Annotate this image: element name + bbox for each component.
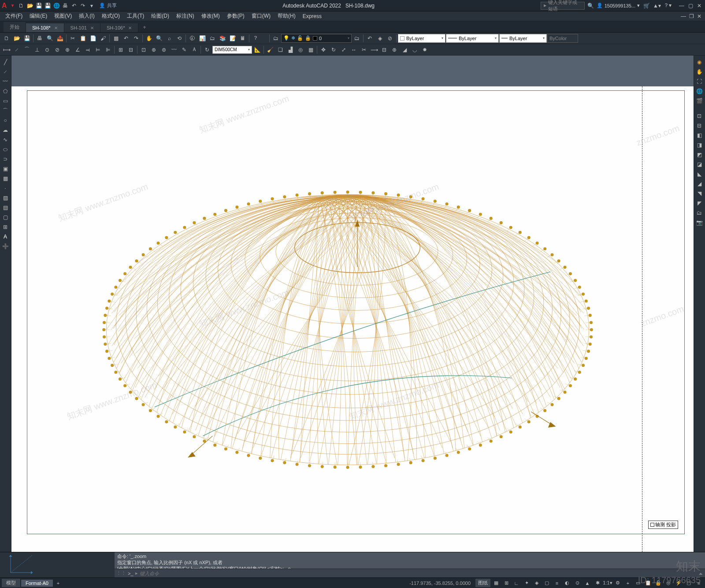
qat-dropdown-icon[interactable]: ▾: [88, 2, 96, 10]
mod-rotate-icon[interactable]: ↻: [329, 45, 338, 55]
view-nw-icon[interactable]: ◤: [694, 198, 705, 208]
menu-window[interactable]: 窗口(W): [248, 11, 274, 21]
arc-icon[interactable]: ⌒: [0, 106, 11, 115]
layer-dropdown[interactable]: 💡❄🔓🔒 0 ▾: [281, 34, 352, 43]
mtext-icon[interactable]: A: [0, 232, 11, 242]
annotation-scale-icon[interactable]: ▲: [583, 579, 592, 588]
ortho-toggle-icon[interactable]: ∟: [512, 579, 521, 588]
view-left-icon[interactable]: ◧: [694, 130, 705, 140]
pan-icon[interactable]: ✋: [694, 67, 705, 77]
point-icon[interactable]: ∙: [0, 183, 11, 193]
new-icon[interactable]: 🗋: [17, 2, 25, 10]
table-icon[interactable]: ⊞: [0, 222, 11, 232]
copy-icon[interactable]: 📋: [78, 33, 88, 43]
ellipsearc-icon[interactable]: ⊃: [0, 154, 11, 164]
search-icon[interactable]: 🔍: [587, 3, 594, 9]
units-icon[interactable]: ▭: [634, 579, 642, 588]
dim-arc-icon[interactable]: ⌒: [22, 45, 32, 55]
menu-help[interactable]: 帮助(H): [274, 11, 299, 21]
cut-icon[interactable]: ✂: [68, 33, 78, 43]
layout-tab-format-a0[interactable]: Format-A0: [21, 580, 53, 587]
save-icon[interactable]: 💾: [35, 2, 43, 10]
insert-icon[interactable]: ▣: [0, 164, 11, 174]
mod-array-icon[interactable]: ▦: [306, 45, 315, 55]
menu-express[interactable]: Express: [299, 12, 325, 20]
layer-manager-icon[interactable]: 🗂: [271, 33, 281, 43]
dim-diameter-icon[interactable]: ⊕: [63, 45, 72, 55]
spline-icon[interactable]: ∿: [0, 135, 11, 145]
layer-prev-icon[interactable]: ↶: [365, 33, 375, 43]
mod-chamfer-icon[interactable]: ◢: [400, 45, 409, 55]
xline-icon[interactable]: ⟋: [0, 67, 11, 77]
snap-toggle-icon[interactable]: ⊞: [502, 579, 511, 588]
osnap-toggle-icon[interactable]: ▢: [542, 579, 551, 588]
paper-toggle[interactable]: 图纸: [475, 579, 490, 587]
open-icon[interactable]: 📂: [26, 2, 34, 10]
isolate-icon[interactable]: ◎: [664, 579, 673, 588]
dim-angular-icon[interactable]: ∠: [73, 45, 82, 55]
tab-close-icon[interactable]: ✕: [54, 26, 58, 30]
layout-tab-model[interactable]: 模型: [2, 579, 20, 587]
plot-icon[interactable]: 🖶: [61, 2, 69, 10]
quickprops-icon[interactable]: 📋: [644, 579, 653, 588]
close-icon[interactable]: ✕: [695, 2, 703, 10]
mod-stretch-icon[interactable]: ↔: [349, 45, 359, 55]
dim-quick-icon[interactable]: ⫤: [83, 45, 93, 55]
open-icon[interactable]: 📂: [12, 33, 22, 43]
mod-fillet-icon[interactable]: ◡: [410, 45, 419, 55]
layout-add-icon[interactable]: +: [54, 579, 63, 588]
preview-icon[interactable]: 🔍: [45, 33, 55, 43]
view-camera-icon[interactable]: 📷: [694, 218, 705, 227]
mod-offset-icon[interactable]: ◎: [296, 45, 305, 55]
markup-icon[interactable]: 📝: [228, 33, 237, 43]
color-dropdown[interactable]: ByLayer▾: [398, 34, 445, 43]
view-front-icon[interactable]: ◩: [694, 150, 705, 160]
annotation-monitor-icon[interactable]: +: [623, 579, 632, 588]
transparency-toggle-icon[interactable]: ◐: [563, 579, 571, 588]
zoom-extents-icon[interactable]: ⛶: [694, 77, 705, 86]
help-tool-icon[interactable]: ？: [251, 33, 260, 43]
dim-baseline-icon[interactable]: ⊨: [93, 45, 103, 55]
pan-icon[interactable]: ✋: [144, 33, 154, 43]
customize-status-icon[interactable]: ≡: [694, 579, 703, 588]
user-account[interactable]: 👤 1505999135... ▾: [597, 3, 640, 8]
saveas-icon[interactable]: 💾: [44, 2, 52, 10]
dim-space-icon[interactable]: ⊞: [116, 45, 126, 55]
dim-linear-icon[interactable]: ⟼: [2, 45, 11, 55]
tab-close-icon[interactable]: ✕: [128, 26, 132, 30]
redo-icon[interactable]: ↷: [131, 33, 141, 43]
view-right-icon[interactable]: ◨: [694, 140, 705, 150]
dimstyle-dropdown[interactable]: DIM500CM▾: [212, 46, 252, 54]
undo-icon[interactable]: ↶: [121, 33, 131, 43]
menu-view[interactable]: 视图(V): [51, 11, 75, 21]
mod-erase-icon[interactable]: 🧹: [265, 45, 275, 55]
print-icon[interactable]: 🖶: [35, 33, 45, 43]
qnew-icon[interactable]: 🗋: [2, 33, 11, 43]
matchprop-icon[interactable]: 🖌: [98, 33, 108, 43]
dim-continue-icon[interactable]: ⊫: [103, 45, 113, 55]
save-icon[interactable]: 💾: [22, 33, 32, 43]
showmotion-icon[interactable]: 🎬: [694, 96, 705, 106]
redo-icon[interactable]: ↷: [79, 2, 87, 10]
orbit-icon[interactable]: 🌐: [694, 86, 705, 96]
polygon-icon[interactable]: ⬠: [0, 86, 11, 96]
menu-file[interactable]: 文件(F): [2, 11, 26, 21]
command-input[interactable]: [140, 571, 697, 576]
mod-join-icon[interactable]: ⊕: [390, 45, 399, 55]
view-top-icon[interactable]: ⊡: [694, 111, 705, 121]
dim-jogged-icon[interactable]: ⊘: [52, 45, 62, 55]
properties-icon[interactable]: 🛈: [187, 33, 197, 43]
clean-screen-icon[interactable]: ▢: [684, 579, 693, 588]
workspace-switch-icon[interactable]: ⚙: [613, 579, 622, 588]
menu-dimension[interactable]: 标注(N): [173, 11, 198, 21]
menu-format[interactable]: 格式(O): [98, 11, 123, 21]
inspect-icon[interactable]: ⊚: [159, 45, 169, 55]
minimize-icon[interactable]: —: [678, 2, 686, 10]
nav-wheel-icon[interactable]: ◉: [694, 57, 705, 67]
dim-ordinate-icon[interactable]: ⊥: [32, 45, 42, 55]
tolerance-icon[interactable]: ⊡: [139, 45, 148, 55]
zoom-rt-icon[interactable]: 🔍: [154, 33, 164, 43]
view-back-icon[interactable]: ◪: [694, 160, 705, 169]
dim-aligned-icon[interactable]: ⟋: [12, 45, 22, 55]
annotation-visibility-icon[interactable]: ✱: [593, 579, 602, 588]
